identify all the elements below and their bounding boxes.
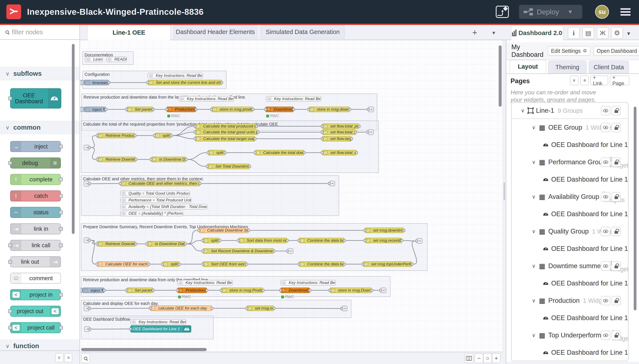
chevron-down-icon[interactable]: ∨ [532, 228, 536, 234]
lock-button[interactable] [611, 296, 621, 305]
flow-node-lo4[interactable]: ⇥ [368, 130, 374, 135]
user-avatar[interactable]: su [595, 5, 609, 19]
flow-node-sp6b[interactable]: ⊟split [162, 262, 180, 267]
flow-node-sp6a[interactable]: ⊟split [203, 238, 220, 243]
tab-dashboard-2[interactable]: Dashboard 2.0 [511, 25, 563, 40]
visibility-button[interactable] [601, 227, 610, 236]
add-link-button[interactable]: + Link [590, 76, 608, 85]
chevron-down-icon[interactable]: ∨ [532, 298, 536, 304]
palette-node-project-out[interactable]: project out< [10, 306, 61, 317]
tree-row-widget-3[interactable]: OEE Dashboard for Line 1 [512, 136, 628, 154]
toggle-navigator-button[interactable] [464, 354, 474, 363]
flow-node-cod[interactable]: ƒcalculate OEE for each day [150, 306, 212, 311]
chevron-down-icon[interactable]: ∨ [532, 159, 536, 165]
palette-node-link-out[interactable]: link out⇥ [10, 256, 61, 267]
filter-nodes-input[interactable] [12, 28, 65, 36]
flow-node-lo6[interactable]: ⇥ [417, 238, 422, 244]
flow-node-sow[interactable]: ⇅Sort OEE from worst to best [203, 262, 247, 267]
flow-tab-1[interactable]: Line-1 OEE [87, 25, 171, 40]
visibility-button[interactable] [601, 123, 610, 132]
flow-node-smtp[interactable]: ⇄set msg.topUnderPerformingMachines [363, 262, 412, 267]
flow-node-dd7[interactable]: ϟDowntimeDataRWC [280, 288, 310, 293]
flow-node-cmb1[interactable]: ⊞Combine the data back into an array. [299, 238, 345, 243]
visibility-button[interactable] [601, 158, 610, 167]
canvas-search-button[interactable] [81, 354, 90, 363]
tree-row-group-10[interactable]: ∨▦Downtime summery1 Widgets [512, 258, 628, 275]
flow-node-c4[interactable]: Key Instructions: Read Before Proceeding [179, 96, 234, 102]
flow-node-c6[interactable]: Quality = Total Good Units Produced / To… [120, 191, 190, 196]
flow-node-c12[interactable]: Key Instructions: Read Before Proceeding [130, 319, 186, 325]
deploy-caret-icon[interactable]: ▼ [568, 9, 573, 15]
inject-button[interactable] [80, 80, 84, 85]
flow-node-oeed[interactable]: OEE Dashboard for Line 1 [130, 325, 191, 332]
flow-node-cpu[interactable]: ⊞Calculate the total produced units toda… [195, 124, 256, 129]
flow-node-smd3[interactable]: ⇄store in msg.downtime_data [308, 106, 350, 112]
debug-sidebar-button[interactable]: Ж [597, 27, 608, 39]
palette-node-link-in[interactable]: ⇥link in [10, 224, 61, 234]
flow-node-li9[interactable]: ⇥ [84, 326, 90, 332]
flow-canvas[interactable]: DocumentationConfigurationRetrieve produ… [80, 40, 502, 352]
lock-button[interactable] [611, 106, 621, 115]
gutter-scrollbar[interactable] [504, 182, 505, 200]
sidebar-scrollbar[interactable] [634, 106, 636, 310]
flow-node-sfgu[interactable]: ⇄set flow.total_good_units [322, 130, 356, 135]
flow-node-li8[interactable]: ⇥ [84, 306, 90, 311]
flow-node-c10[interactable]: Key Instructions: Read Before Proceeding [177, 280, 233, 286]
inject-button[interactable] [80, 107, 84, 112]
flow-node-c5[interactable]: Key Instructions: Read Before Proceeding [266, 96, 321, 102]
flow-node-cmb2[interactable]: ⊞Combine the data back into an array. [299, 262, 345, 267]
palette-node-comment[interactable]: comment [10, 273, 61, 284]
sidebar-caret-icon[interactable]: ▾ [627, 30, 630, 37]
flow-node-li4[interactable]: ⇥ [84, 145, 90, 150]
tree-row-widget-7[interactable]: OEE Dashboard for Line 1 [512, 206, 628, 223]
flow-node-sfpu[interactable]: ⇄set flow.total_produced_units [322, 124, 359, 129]
flow-node-smt[interactable]: ⇄set msg.oeeTrend [247, 306, 274, 311]
edit-settings-button[interactable]: Edit Settings⚙ [548, 46, 590, 56]
flow-node-lo8[interactable]: ⇥ [342, 306, 347, 311]
flow-node-li6[interactable]: ⇥ [84, 238, 90, 243]
lock-button[interactable] [611, 262, 621, 271]
flow-tab-2[interactable]: Dashboard Header Elements [174, 25, 257, 38]
sidebar-tab-client-data[interactable]: Client Data [589, 61, 629, 74]
flow-node-c8[interactable]: Availavity = (Total Shift Duration - Tot… [120, 204, 207, 210]
collapse-all-button[interactable]: » [570, 76, 578, 85]
flow-node-sp4b[interactable]: ⊟split [208, 150, 225, 156]
lock-button[interactable] [611, 158, 621, 167]
tree-row-group-4[interactable]: ∨▦Performance Group1 Widgets [512, 154, 628, 171]
palette-node-OEE-Dashboard[interactable]: OEE Dashboard [10, 88, 61, 108]
flow-node-smp7[interactable]: ⇄store in msg.ProductionData [221, 288, 263, 293]
flow-tab-3[interactable]: Simulated Data Generation [261, 25, 345, 38]
palette-node-project-call[interactable]: <project call [10, 322, 61, 333]
flow-node-c2[interactable]: README [106, 56, 127, 62]
palette-category-common[interactable]: ∨common [0, 121, 80, 134]
flow-node-sp3[interactable]: ⇄Set params [126, 106, 153, 112]
flow-node-i7[interactable]: →inject ↻ [82, 288, 104, 293]
info-sidebar-button[interactable]: i [568, 27, 580, 39]
palette-node-debug[interactable]: debug≡ [10, 158, 61, 168]
palette-collapse-all-button[interactable]: » [55, 353, 63, 362]
flow-node-lo5[interactable]: ⇥ [329, 181, 335, 186]
flow-list-caret-icon[interactable]: ▾ [492, 30, 495, 36]
lock-button[interactable] [611, 331, 621, 340]
flow-node-sp4[interactable]: ⊟split [154, 133, 172, 138]
palette-node-status[interactable]: ~status [10, 207, 61, 218]
flow-node-li5[interactable]: ⇥ [84, 181, 90, 186]
flow-node-smp3[interactable]: ⇄store in msg.production_data [211, 106, 253, 112]
flow-node-std0[interactable]: ⇄Set Total Downtime to 0 [207, 164, 250, 169]
chevron-down-icon[interactable]: ∨ [521, 108, 525, 114]
flow-node-rdd6[interactable]: ⇄Retrieve Downtime Data [97, 241, 136, 246]
lock-button[interactable] [611, 123, 621, 132]
flow-node-ts[interactable]: →timestamp ↻ [84, 80, 109, 85]
flow-node-rpd[interactable]: ⇄Retrieve Production Data [97, 133, 135, 138]
palette-category-function[interactable]: ∨function [0, 340, 80, 350]
flow-node-ide4[interactable]: ⋔Is Downtime Data Empty? [151, 157, 186, 162]
flow-node-c11[interactable]: Key Instructions: Read Before Proceeding [280, 280, 336, 286]
flow-node-c3[interactable]: Key Instructions: Read Before Proceeding [148, 73, 203, 78]
flow-node-c9[interactable]: OEE = (Availability) * (Performance) * (… [120, 211, 183, 216]
flow-node-i2[interactable]: →inject ↻ [84, 106, 106, 112]
expand-all-button[interactable]: » [580, 76, 589, 85]
tree-row-widget-11[interactable]: OEE Dashboard for Line 1 [512, 275, 628, 292]
tree-row-group-14[interactable]: ∨▦Top Underperformi...1 Widgets [512, 327, 628, 344]
open-dashboard-button[interactable]: Open Dashboard⧉ [593, 46, 639, 56]
palette-expand-all-button[interactable]: » [64, 353, 72, 362]
